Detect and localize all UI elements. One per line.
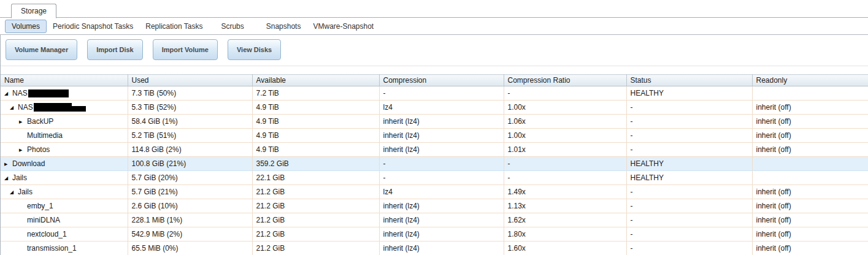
subtab-scrubs[interactable]: Scrubs: [215, 20, 250, 32]
compression-ratio-cell: -: [504, 157, 626, 171]
tab-storage[interactable]: Storage: [11, 4, 56, 18]
compression-ratio-cell: 1.00x: [504, 101, 626, 115]
compression-cell: -: [379, 171, 504, 185]
import-volume-button[interactable]: Import Volume: [153, 39, 218, 60]
available-cell: 4.9 TiB: [252, 115, 379, 129]
available-cell: 359.2 GiB: [252, 157, 379, 171]
row-label: Download: [12, 159, 45, 168]
row-label: Jails: [12, 173, 27, 182]
column-header-available[interactable]: Available: [252, 75, 379, 86]
table-row[interactable]: emby_12.6 GiB (10%)21.2 GiBinherit (lz4)…: [1, 199, 868, 213]
column-header-readonly[interactable]: Readonly: [752, 75, 868, 86]
compression-ratio-cell: -: [504, 86, 626, 101]
readonly-cell: [752, 86, 868, 101]
status-cell: -: [626, 143, 752, 157]
status-cell: HEALTHY: [626, 86, 752, 101]
used-cell: 100.8 GiB (21%): [128, 157, 252, 171]
table-row[interactable]: Download100.8 GiB (21%)359.2 GiB--HEALTH…: [1, 157, 868, 171]
used-cell: 114.8 GiB (2%): [128, 143, 252, 157]
readonly-cell: inherit (off): [752, 213, 868, 227]
column-header-status[interactable]: Status: [626, 75, 752, 86]
redaction-box: [34, 103, 72, 112]
subtab-volumes[interactable]: Volumes: [5, 20, 47, 33]
tree-expanded-triangle-icon[interactable]: [10, 105, 18, 110]
available-cell: 4.9 TiB: [252, 101, 379, 115]
row-label: BackUP: [27, 117, 53, 126]
status-cell: -: [626, 129, 752, 143]
table-row[interactable]: NAS7.3 TiB (50%)7.2 TiB--HEALTHY: [1, 86, 868, 101]
row-label: nextcloud_1: [27, 230, 67, 238]
grid-header: NameUsedAvailableCompressionCompression …: [1, 75, 868, 86]
status-cell: -: [626, 227, 752, 242]
table-row[interactable]: nextcloud_1542.9 MiB (2%)21.2 GiBinherit…: [1, 227, 868, 242]
redaction-box: [69, 106, 86, 112]
available-cell: 21.2 GiB: [252, 213, 379, 227]
tree-collapsed-triangle-icon[interactable]: [19, 147, 27, 153]
compression-ratio-cell: 1.62x: [504, 213, 626, 227]
readonly-cell: inherit (off): [752, 143, 868, 157]
name-cell: Photos: [1, 143, 128, 157]
tree-expanded-triangle-icon[interactable]: [10, 189, 18, 195]
status-cell: -: [626, 101, 752, 115]
available-cell: 21.2 GiB: [252, 199, 379, 213]
subtab-snapshots[interactable]: Snapshots: [260, 20, 307, 32]
storage-subtab-bar: VolumesPeriodic Snapshot TasksReplicatio…: [0, 18, 868, 35]
name-cell: Jails: [1, 171, 128, 185]
compression-ratio-cell: 1.80x: [504, 227, 626, 242]
redaction-box: [28, 89, 69, 97]
column-header-name[interactable]: Name: [1, 75, 128, 86]
status-cell: -: [626, 115, 752, 129]
compression-cell: inherit (lz4): [379, 199, 504, 213]
readonly-cell: [752, 171, 868, 185]
tree-expanded-triangle-icon[interactable]: [4, 91, 12, 96]
row-label: Multimedia: [27, 131, 63, 140]
available-cell: 22.1 GiB: [252, 171, 379, 185]
compression-cell: inherit (lz4): [379, 213, 504, 227]
used-cell: 542.9 MiB (2%): [128, 227, 252, 242]
row-label: emby_1: [27, 202, 53, 210]
tree-expanded-triangle-icon[interactable]: [4, 175, 12, 181]
readonly-cell: inherit (off): [752, 227, 868, 242]
volume-manager-button[interactable]: Volume Manager: [6, 39, 77, 60]
column-header-used[interactable]: Used: [128, 75, 252, 86]
row-label: Photos: [27, 145, 50, 154]
compression-cell: lz4: [379, 101, 504, 115]
column-header-compression-ratio[interactable]: Compression Ratio: [504, 75, 626, 86]
table-row[interactable]: Photos114.8 GiB (2%)4.9 TiBinherit (lz4)…: [1, 143, 868, 157]
table-row[interactable]: Jails5.7 GiB (21%)21.2 GiBlz41.49x-inher…: [1, 185, 868, 199]
name-cell: BackUP: [1, 115, 128, 129]
window-tab-bar: Storage: [0, 0, 868, 18]
used-cell: 58.4 GiB (1%): [128, 115, 252, 129]
compression-cell: inherit (lz4): [379, 227, 504, 242]
table-row[interactable]: Multimedia5.2 TiB (51%)4.9 TiBinherit (l…: [1, 129, 868, 143]
subtab-periodic-snapshot-tasks[interactable]: Periodic Snapshot Tasks: [47, 20, 139, 32]
compression-cell: lz4: [379, 185, 504, 199]
tree-collapsed-triangle-icon[interactable]: [4, 161, 12, 167]
table-row[interactable]: transmission_165.5 MiB (0%)21.2 GiBinher…: [1, 242, 868, 255]
table-row[interactable]: Jails5.7 GiB (20%)22.1 GiB--HEALTHY: [1, 171, 868, 185]
used-cell: 65.5 MiB (0%): [128, 242, 252, 255]
column-header-compression[interactable]: Compression: [379, 75, 504, 86]
status-cell: -: [626, 242, 752, 255]
row-label: NAS: [12, 89, 28, 97]
used-cell: 228.1 MiB (1%): [128, 213, 252, 227]
subtab-vmware-snapshot[interactable]: VMware-Snapshot: [307, 20, 380, 32]
subtab-replication-tasks[interactable]: Replication Tasks: [139, 20, 209, 32]
table-row[interactable]: miniDLNA228.1 MiB (1%)21.2 GiBinherit (l…: [1, 213, 868, 227]
import-disk-button[interactable]: Import Disk: [87, 39, 143, 60]
readonly-cell: [752, 157, 868, 171]
available-cell: 4.9 TiB: [252, 129, 379, 143]
used-cell: 5.7 GiB (20%): [128, 171, 252, 185]
view-disks-button[interactable]: View Disks: [228, 39, 281, 60]
used-cell: 5.2 TiB (51%): [128, 129, 252, 143]
table-row[interactable]: BackUP58.4 GiB (1%)4.9 TiBinherit (lz4)1…: [1, 115, 868, 129]
row-label: Jails: [18, 188, 33, 196]
name-cell: Jails: [1, 185, 128, 199]
volumes-tree-grid: NameUsedAvailableCompressionCompression …: [1, 74, 868, 255]
readonly-cell: inherit (off): [752, 185, 868, 199]
compression-cell: inherit (lz4): [379, 129, 504, 143]
name-cell: Download: [1, 157, 128, 171]
tree-collapsed-triangle-icon[interactable]: [19, 119, 27, 124]
available-cell: 4.9 TiB: [252, 143, 379, 157]
table-row[interactable]: NAS5.3 TiB (52%)4.9 TiBlz41.00x-inherit …: [1, 101, 868, 115]
